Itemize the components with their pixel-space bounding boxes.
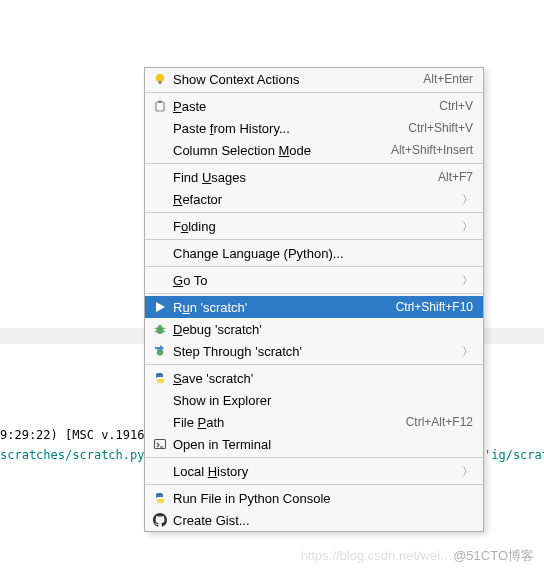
menu-item-debug-scratch[interactable]: Debug 'scratch' (145, 318, 483, 340)
menu-item-paste-from-history[interactable]: Paste from History...Ctrl+Shift+V (145, 117, 483, 139)
blank-icon (151, 272, 169, 288)
menu-item-shortcut: Alt+F7 (438, 170, 473, 184)
menu-separator (145, 212, 483, 213)
svg-marker-4 (156, 302, 165, 312)
submenu-arrow-icon: 〉 (462, 344, 473, 359)
menu-item-change-language-python[interactable]: Change Language (Python)... (145, 242, 483, 264)
menu-item-label: Create Gist... (169, 513, 473, 528)
menu-item-column-selection-mode[interactable]: Column Selection ModeAlt+Shift+Insert (145, 139, 483, 161)
menu-item-shortcut: Alt+Shift+Insert (391, 143, 473, 157)
menu-separator (145, 92, 483, 93)
menu-item-shortcut: Ctrl+Alt+F12 (406, 415, 473, 429)
menu-separator (145, 457, 483, 458)
submenu-arrow-icon: 〉 (462, 273, 473, 288)
console-output-line1: 9:29:22) [MSC v.1916 (0, 428, 152, 442)
play-icon (151, 299, 169, 315)
menu-item-label: Change Language (Python)... (169, 246, 473, 261)
menu-item-file-path[interactable]: File PathCtrl+Alt+F12 (145, 411, 483, 433)
menu-item-label: Column Selection Mode (169, 143, 391, 158)
watermark: https://blog.csdn.net/wei…@51CTO博客 (301, 547, 534, 565)
menu-item-label: Show in Explorer (169, 393, 473, 408)
menu-item-label: Save 'scratch' (169, 371, 473, 386)
python-icon (151, 370, 169, 386)
svg-line-8 (155, 331, 157, 332)
menu-separator (145, 266, 483, 267)
menu-separator (145, 163, 483, 164)
context-menu: Show Context ActionsAlt+EnterPasteCtrl+V… (144, 67, 484, 532)
menu-item-label: Local History (169, 464, 462, 479)
step-icon (151, 343, 169, 359)
menu-item-label: Find Usages (169, 170, 438, 185)
svg-line-9 (163, 331, 165, 332)
menu-item-paste[interactable]: PasteCtrl+V (145, 95, 483, 117)
svg-rect-2 (156, 102, 164, 111)
menu-item-label: Paste (169, 99, 439, 114)
menu-item-label: Debug 'scratch' (169, 322, 473, 337)
svg-point-10 (158, 324, 161, 327)
menu-separator (145, 293, 483, 294)
menu-item-label: Run 'scratch' (169, 300, 396, 315)
blank-icon (151, 169, 169, 185)
menu-item-label: Folding (169, 219, 462, 234)
menu-item-label: Go To (169, 273, 462, 288)
blank-icon (151, 392, 169, 408)
menu-item-shortcut: Ctrl+Shift+V (408, 121, 473, 135)
menu-item-label: Paste from History... (169, 121, 408, 136)
menu-item-show-context-actions[interactable]: Show Context ActionsAlt+Enter (145, 68, 483, 90)
menu-item-folding[interactable]: Folding〉 (145, 215, 483, 237)
menu-item-step-through-scratch[interactable]: Step Through 'scratch'〉 (145, 340, 483, 362)
blank-icon (151, 191, 169, 207)
console-output-path-right: 'ig/scratches' (484, 448, 544, 462)
python-icon (151, 490, 169, 506)
submenu-arrow-icon: 〉 (462, 464, 473, 479)
svg-rect-3 (158, 101, 162, 104)
menu-item-create-gist[interactable]: Create Gist... (145, 509, 483, 531)
terminal-icon (151, 436, 169, 452)
svg-point-0 (156, 74, 164, 82)
blank-icon (151, 120, 169, 136)
menu-item-save-scratch[interactable]: Save 'scratch' (145, 367, 483, 389)
menu-item-run-file-in-python-console[interactable]: Run File in Python Console (145, 487, 483, 509)
blank-icon (151, 414, 169, 430)
menu-item-label: Run File in Python Console (169, 491, 473, 506)
menu-item-show-in-explorer[interactable]: Show in Explorer (145, 389, 483, 411)
blank-icon (151, 218, 169, 234)
submenu-arrow-icon: 〉 (462, 192, 473, 207)
menu-item-shortcut: Ctrl+Shift+F10 (396, 300, 473, 314)
bulb-icon (151, 71, 169, 87)
submenu-arrow-icon: 〉 (462, 219, 473, 234)
menu-item-label: Open in Terminal (169, 437, 473, 452)
menu-item-label: Show Context Actions (169, 72, 423, 87)
menu-item-shortcut: Alt+Enter (423, 72, 473, 86)
menu-separator (145, 239, 483, 240)
svg-line-6 (155, 328, 157, 329)
console-output-path-left: scratches/scratch.py' (0, 448, 152, 462)
bug-icon (151, 321, 169, 337)
paste-icon (151, 98, 169, 114)
menu-item-open-in-terminal[interactable]: Open in Terminal (145, 433, 483, 455)
menu-item-refactor[interactable]: Refactor〉 (145, 188, 483, 210)
menu-item-run-scratch[interactable]: Run 'scratch'Ctrl+Shift+F10 (145, 296, 483, 318)
blank-icon (151, 245, 169, 261)
blank-icon (151, 142, 169, 158)
github-icon (151, 512, 169, 528)
menu-item-go-to[interactable]: Go To〉 (145, 269, 483, 291)
blank-icon (151, 463, 169, 479)
menu-item-label: File Path (169, 415, 406, 430)
menu-separator (145, 364, 483, 365)
menu-item-shortcut: Ctrl+V (439, 99, 473, 113)
menu-item-label: Step Through 'scratch' (169, 344, 462, 359)
svg-line-7 (163, 328, 165, 329)
menu-item-label: Refactor (169, 192, 462, 207)
menu-item-find-usages[interactable]: Find UsagesAlt+F7 (145, 166, 483, 188)
menu-separator (145, 484, 483, 485)
svg-rect-1 (159, 81, 162, 84)
menu-item-local-history[interactable]: Local History〉 (145, 460, 483, 482)
